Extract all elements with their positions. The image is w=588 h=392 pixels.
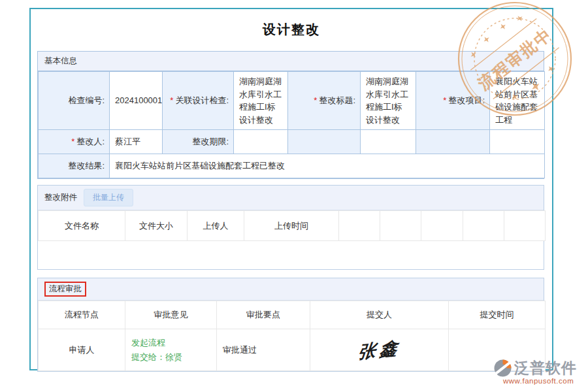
col-empty <box>421 211 463 241</box>
person-label: *整改人: <box>39 130 110 154</box>
approval-title-highlight: 流程审批 <box>44 282 86 297</box>
check-no-label: 检查编号: <box>39 72 110 130</box>
col-submit-time: 提交时间 <box>449 301 546 329</box>
attachments-empty-body <box>38 241 544 269</box>
col-approval-point: 审批要点 <box>217 301 310 329</box>
submitter-cell: 张鑫 <box>310 329 449 371</box>
approval-table: 流程节点 审批意见 审批要点 提交人 提交时间 申请人 发起流程 提交给：徐贤 … <box>38 301 546 371</box>
opinion-submit-to: 提交给：徐贤 <box>131 350 216 364</box>
attachments-header: 整改附件 批量上传 <box>38 186 544 210</box>
basic-info-section: 基本信息 检查编号: 2024100001 *关联设计检查: 湖南洞庭湖水库引水… <box>37 51 544 179</box>
col-upload-time: 上传时间 <box>244 211 339 241</box>
basic-info-title: 基本信息 <box>44 56 77 67</box>
rectify-title-value: 湖南洞庭湖水库引水工程施工I标设计整改 <box>361 72 416 130</box>
col-file-size: 文件大小 <box>125 211 188 241</box>
approval-section: 流程审批 流程节点 审批意见 审批要点 提交人 提交时间 申请人 发起流程 提交… <box>37 278 544 372</box>
signature-image: 张鑫 <box>357 336 402 365</box>
col-file-name: 文件名称 <box>39 211 125 241</box>
page-title: 设计整改 <box>31 21 552 39</box>
project-label: *整改项目: <box>416 72 490 130</box>
basic-info-header: 基本信息 <box>38 52 544 71</box>
brand-name: 泛普软件 <box>514 358 577 378</box>
project-value: 襄阳火车站站前片区基础设施配套工程 <box>490 72 545 130</box>
result-label: 整改结果: <box>39 154 110 178</box>
required-icon: * <box>71 137 74 146</box>
form-container: 设计整改 基本信息 检查编号: 2024100001 *关联设计检查: 湖南洞庭… <box>29 8 553 370</box>
related-check-label: *关联设计检查: <box>163 72 234 130</box>
col-empty <box>339 211 380 241</box>
basic-info-table: 检查编号: 2024100001 *关联设计检查: 湖南洞庭湖水库引水工程施工I… <box>38 71 545 178</box>
empty-label-cell <box>416 130 490 154</box>
brand-logo: 泛普软件 www.fanpusoft.com <box>494 358 587 385</box>
deadline-label: 整改期限: <box>163 130 234 154</box>
flow-node-cell: 申请人 <box>39 329 125 371</box>
required-icon: * <box>443 95 446 105</box>
batch-upload-button[interactable]: 批量上传 <box>84 189 133 206</box>
approval-point-cell: 审批通过 <box>217 329 310 371</box>
approval-opinion-cell: 发起流程 提交给：徐贤 <box>125 329 217 371</box>
empty-label-cell <box>288 130 361 154</box>
col-flow-node: 流程节点 <box>39 301 125 329</box>
empty-value-cell <box>361 130 416 154</box>
brand-logo-icon <box>494 359 512 377</box>
approval-header: 流程审批 <box>38 278 544 301</box>
opinion-initiate: 发起流程 <box>131 336 216 350</box>
attachments-title: 整改附件 <box>44 192 77 203</box>
person-value: 蔡江平 <box>110 130 163 154</box>
col-empty <box>504 211 546 241</box>
related-check-value: 湖南洞庭湖水库引水工程施工I标设计整改 <box>234 72 288 130</box>
col-submitter: 提交人 <box>310 301 449 329</box>
col-empty <box>463 211 504 241</box>
approval-row: 申请人 发起流程 提交给：徐贤 审批通过 张鑫 <box>39 329 546 371</box>
deadline-value <box>234 130 288 154</box>
empty-value-cell <box>490 130 545 154</box>
attachments-section: 整改附件 批量上传 文件名称 文件大小 上传人 上传时间 <box>37 185 544 270</box>
check-no-value: 2024100001 <box>110 72 163 130</box>
col-uploader: 上传人 <box>188 211 244 241</box>
result-value: 襄阳火车站站前片区基础设施配套工程已整改 <box>110 154 545 178</box>
required-icon: * <box>170 95 173 105</box>
required-icon: * <box>314 95 317 105</box>
rectify-title-label: *整改标题: <box>288 72 361 130</box>
attachments-table: 文件名称 文件大小 上传人 上传时间 <box>38 210 546 241</box>
col-empty <box>380 211 421 241</box>
col-approval-opinion: 审批意见 <box>125 301 217 329</box>
